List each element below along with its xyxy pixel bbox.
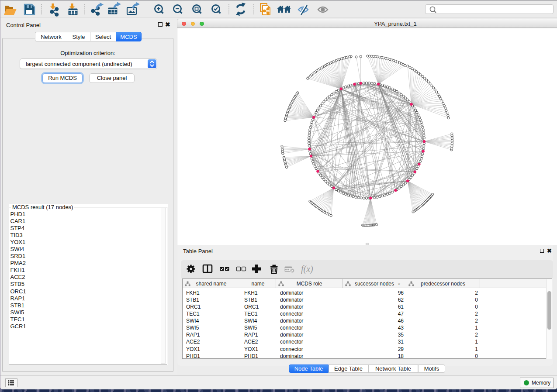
svg-text:f(x): f(x) xyxy=(301,264,313,274)
